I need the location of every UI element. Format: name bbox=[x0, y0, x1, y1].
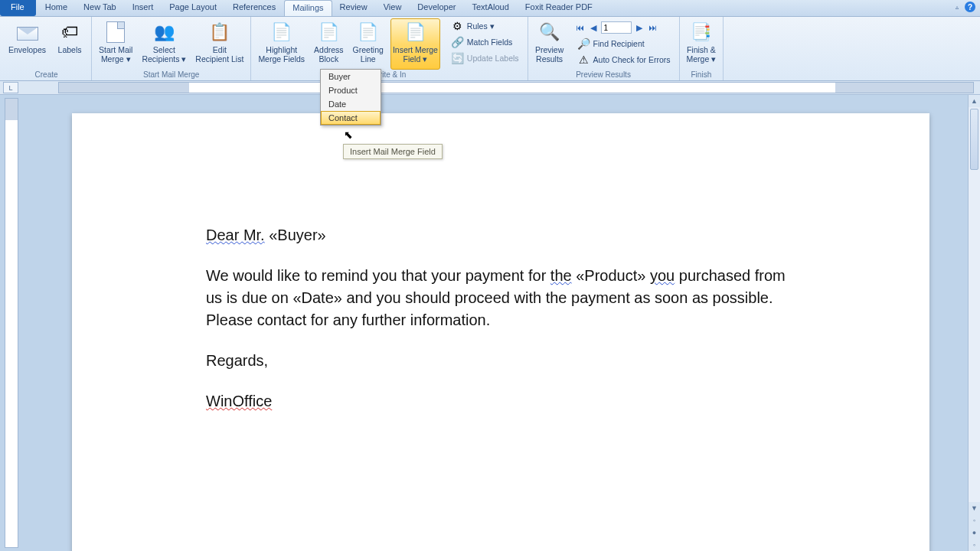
browse-object-button[interactable]: ● bbox=[969, 527, 980, 539]
record-number-input[interactable] bbox=[601, 21, 632, 34]
tab-page-layout[interactable]: Page Layout bbox=[162, 0, 225, 16]
body-date-field: «Date» bbox=[292, 289, 342, 306]
tab-mailings[interactable]: Mailings bbox=[284, 0, 332, 16]
scroll-track[interactable] bbox=[969, 107, 980, 502]
tab-view[interactable]: View bbox=[376, 0, 410, 16]
match-fields-label: Match Fields bbox=[467, 37, 513, 47]
group-write-label: Write & In bbox=[256, 70, 522, 80]
insert-merge-field-menu: Buyer Product Date Contact bbox=[320, 69, 381, 126]
greeting-prefix: Dear Mr. bbox=[206, 227, 265, 243]
body-the: the bbox=[550, 267, 572, 284]
scroll-thumb[interactable] bbox=[970, 109, 978, 170]
group-finish-label: Finish bbox=[684, 70, 719, 80]
vertical-scrollbar[interactable]: ▲ ▼ ◦ ● ◦ bbox=[968, 95, 980, 551]
insert-merge-field-button[interactable]: 📄 Insert Merge Field ▾ bbox=[390, 18, 440, 70]
select-recipients-label: Select Recipients ▾ bbox=[142, 45, 186, 64]
body-you: you bbox=[650, 267, 675, 284]
body-text-1: We would like to remind you that your pa… bbox=[206, 267, 550, 284]
preview-results-button[interactable]: 🔍 Preview Results bbox=[533, 18, 567, 70]
greeting-line: Dear Mr. «Buyer» bbox=[206, 224, 795, 246]
preview-results-icon: 🔍 bbox=[538, 21, 561, 44]
group-create-label: Create bbox=[6, 70, 87, 80]
body-paragraph: We would like to remind you that your pa… bbox=[206, 265, 795, 331]
group-create: Envelopes 🏷 Labels Create bbox=[2, 17, 92, 80]
auto-check-errors-button[interactable]: ⚠ Auto Check for Errors bbox=[574, 52, 675, 67]
help-icon[interactable]: ? bbox=[965, 2, 975, 12]
ribbon-tabs: File Home New Tab Insert Page Layout Ref… bbox=[0, 0, 980, 17]
start-mail-merge-icon bbox=[104, 21, 127, 44]
greeting-buyer-field: «Buyer» bbox=[269, 227, 326, 243]
minimize-ribbon-icon[interactable]: ▵ bbox=[956, 4, 959, 11]
scroll-up-button[interactable]: ▲ bbox=[969, 95, 980, 107]
match-fields-button[interactable]: 🔗 Match Fields bbox=[448, 34, 523, 50]
envelope-icon bbox=[16, 21, 39, 44]
labels-button[interactable]: 🏷 Labels bbox=[53, 18, 87, 70]
update-labels-icon: 🔄 bbox=[452, 52, 464, 64]
prev-record-button[interactable]: ◀ bbox=[589, 23, 598, 33]
start-mail-merge-button[interactable]: Start Mail Merge ▾ bbox=[96, 18, 135, 70]
horizontal-ruler[interactable] bbox=[58, 82, 974, 93]
finish-merge-button[interactable]: 📑 Finish & Merge ▾ bbox=[684, 18, 719, 70]
group-preview-label: Preview Results bbox=[533, 70, 675, 80]
edit-recipient-list-icon: 📋 bbox=[208, 21, 231, 44]
tab-textaloud[interactable]: TextAloud bbox=[464, 0, 517, 16]
menu-item-contact[interactable]: Contact bbox=[321, 111, 381, 125]
find-recipient-icon: 🔎 bbox=[578, 37, 590, 50]
auto-check-label: Auto Check for Errors bbox=[593, 55, 671, 64]
find-recipient-button[interactable]: 🔎 Find Recipient bbox=[574, 36, 675, 51]
scroll-down-button[interactable]: ▼ bbox=[969, 502, 980, 514]
select-recipients-icon: 👥 bbox=[152, 21, 175, 44]
ribbon: Envelopes 🏷 Labels Create Start Mail Mer… bbox=[0, 17, 980, 81]
last-record-button[interactable]: ⏭ bbox=[647, 23, 658, 32]
find-recipient-label: Find Recipient bbox=[593, 39, 645, 48]
signature-text: WinOffice bbox=[206, 393, 272, 409]
highlight-label: Highlight Merge Fields bbox=[258, 45, 305, 64]
document-page[interactable]: Dear Mr. «Buyer» We would like to remind… bbox=[72, 113, 929, 551]
page-scroll-container[interactable]: Dear Mr. «Buyer» We would like to remind… bbox=[18, 95, 968, 551]
menu-item-buyer[interactable]: Buyer bbox=[321, 70, 381, 83]
highlight-merge-fields-button[interactable]: 📄 Highlight Merge Fields bbox=[256, 18, 307, 70]
envelopes-button[interactable]: Envelopes bbox=[6, 18, 48, 70]
edit-recipient-list-button[interactable]: 📋 Edit Recipient List bbox=[193, 18, 246, 70]
document-area: Dear Mr. «Buyer» We would like to remind… bbox=[0, 95, 980, 551]
tab-references[interactable]: References bbox=[225, 0, 284, 16]
rules-button[interactable]: ⚙ Rules ▾ bbox=[448, 18, 523, 34]
address-block-icon: 📄 bbox=[317, 21, 340, 44]
greeting-line-icon: 📄 bbox=[357, 21, 380, 44]
insert-merge-field-label: Insert Merge Field ▾ bbox=[393, 45, 438, 64]
greeting-line-button[interactable]: 📄 Greeting Line bbox=[351, 18, 386, 70]
match-fields-icon: 🔗 bbox=[452, 36, 464, 48]
group-start-label: Start Mail Merge bbox=[96, 70, 246, 80]
select-recipients-button[interactable]: 👥 Select Recipients ▾ bbox=[139, 18, 188, 70]
record-navigator: ⏮ ◀ ▶ ⏭ bbox=[574, 20, 675, 35]
tab-new-tab[interactable]: New Tab bbox=[76, 0, 125, 16]
rules-icon: ⚙ bbox=[452, 20, 464, 32]
vertical-ruler[interactable] bbox=[5, 98, 18, 548]
tab-file[interactable]: File bbox=[0, 0, 36, 16]
first-record-button[interactable]: ⏮ bbox=[574, 23, 586, 32]
prev-page-button[interactable]: ◦ bbox=[969, 514, 980, 527]
tab-insert[interactable]: Insert bbox=[125, 0, 162, 16]
tab-selector[interactable]: L bbox=[3, 82, 18, 93]
menu-item-product[interactable]: Product bbox=[321, 83, 381, 97]
next-record-button[interactable]: ▶ bbox=[635, 23, 644, 33]
group-start-mail-merge: Start Mail Merge ▾ 👥 Select Recipients ▾… bbox=[92, 17, 251, 80]
tab-foxit[interactable]: Foxit Reader PDF bbox=[518, 0, 601, 16]
rules-label: Rules ▾ bbox=[467, 21, 495, 31]
group-preview-results: 🔍 Preview Results ⏮ ◀ ▶ ⏭ 🔎 Find Recipie… bbox=[528, 17, 680, 80]
edit-recipient-list-label: Edit Recipient List bbox=[195, 45, 243, 64]
start-mail-merge-label: Start Mail Merge ▾ bbox=[99, 45, 132, 64]
menu-item-date[interactable]: Date bbox=[321, 97, 381, 111]
address-block-button[interactable]: 📄 Address Block bbox=[312, 18, 346, 70]
regards-line: Regards, bbox=[206, 350, 795, 372]
tab-home[interactable]: Home bbox=[38, 0, 76, 16]
tab-developer[interactable]: Developer bbox=[410, 0, 464, 16]
envelopes-label: Envelopes bbox=[8, 45, 46, 54]
insert-merge-field-icon: 📄 bbox=[403, 21, 426, 44]
update-labels-button: 🔄 Update Labels bbox=[448, 51, 523, 66]
greeting-line-label: Greeting Line bbox=[353, 45, 384, 64]
address-block-label: Address Block bbox=[314, 45, 344, 64]
tab-review[interactable]: Review bbox=[332, 0, 376, 16]
group-write-insert: 📄 Highlight Merge Fields 📄 Address Block… bbox=[251, 17, 528, 80]
next-page-button[interactable]: ◦ bbox=[969, 539, 980, 551]
